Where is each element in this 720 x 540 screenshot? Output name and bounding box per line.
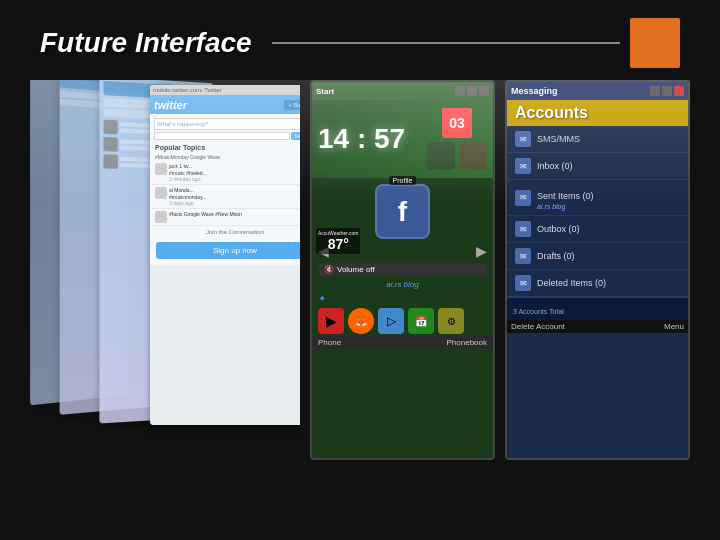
list-item[interactable]: ✉ Sent Items (0) ai.rs blog <box>507 180 688 216</box>
wm-time-area: 14 : 57 03 <box>312 100 493 178</box>
orange-decoration <box>630 18 680 68</box>
msg-status-icons <box>650 86 684 96</box>
list-item[interactable]: ✉ Drafts (0) <box>507 243 688 270</box>
sms-label: SMS/MMS <box>537 134 580 144</box>
drafts-label: Drafts (0) <box>537 251 575 261</box>
whats-happening-input[interactable]: What's happening? <box>154 118 300 130</box>
wm-bottom-bar: Phone Phonebook <box>312 336 493 349</box>
tweet-body: #facts Google Wave #New Moon <box>169 211 242 218</box>
wm-blog-badge: ai.rs blog <box>312 278 493 291</box>
wm-profile-area: Profile f <box>312 178 493 241</box>
winmobile-screen: Start 14 : 57 03 <box>310 80 495 460</box>
msg-icon-2 <box>662 86 672 96</box>
tweet-content: jack 1 tw... #music #foeled... 3 minutes… <box>169 163 207 182</box>
accounts-header: Accounts <box>507 100 688 126</box>
accounts-total-label: 3 Accounts Total <box>513 308 564 315</box>
wm-bluetooth-icon: ✦ <box>312 291 493 306</box>
facebook-icon[interactable]: f <box>375 184 430 239</box>
accounts-title: Accounts <box>515 104 588 121</box>
signup-button[interactable]: Sign up now <box>156 242 300 259</box>
media-icon[interactable]: ▷ <box>378 308 404 334</box>
list-item[interactable]: ✉ SMS/MMS <box>507 126 688 153</box>
search-bar: Search <box>154 132 300 140</box>
avatar <box>155 211 167 223</box>
list-item[interactable]: ✉ Outbox (0) <box>507 216 688 243</box>
search-button[interactable]: Search <box>291 132 300 140</box>
hashtags: #MusicMonday Google Wave <box>152 153 300 161</box>
sent-label: Sent Items (0) <box>537 191 594 201</box>
wm-profile-container: Profile f <box>375 184 430 239</box>
wm-signal-icon <box>455 86 465 96</box>
settings-icon[interactable]: ⚙ <box>438 308 464 334</box>
tweet-content: #facts Google Wave #New Moon <box>169 211 242 223</box>
wm-app-icon-2[interactable] <box>459 142 487 170</box>
tweet-time: 3 days ago <box>169 200 206 206</box>
list-item[interactable]: ✉ Inbox (0) <box>507 153 688 180</box>
tweet-time: 3 minutes ago <box>169 176 207 182</box>
inbox-icon: ✉ <box>515 158 531 174</box>
wm-clock: 14 : 57 <box>318 123 405 155</box>
wm-volume-bar: 🔇 Volume off <box>318 263 487 276</box>
sms-icon: ✉ <box>515 131 531 147</box>
accounts-total-bar: 3 Accounts Total <box>507 297 688 320</box>
msg-icon-1 <box>650 86 660 96</box>
right-panel: Messaging Accounts ✉ SMS/MMS ✉ Inbox (0) <box>505 80 690 510</box>
wm-volume-icon: 🔇 <box>324 265 334 274</box>
wm-right-arrow[interactable]: ▶ <box>476 243 487 259</box>
twitter-url-bar: mobile.twitter.com: Twitter <box>150 85 300 96</box>
menu-button[interactable]: Menu <box>664 322 684 331</box>
wm-topbar: Start <box>312 82 493 100</box>
twitter-screen: mobile.twitter.com: Twitter twitter + Si… <box>150 85 300 425</box>
wm-date-box: 03 <box>442 108 472 138</box>
phone-stack: mobile.twitter.com: Twitter twitter + Si… <box>30 80 300 510</box>
table-row: jack 1 tw... #music #foeled... 3 minutes… <box>152 161 300 185</box>
left-panel: mobile.twitter.com: Twitter twitter + Si… <box>30 80 300 510</box>
wm-sound-icon <box>479 86 489 96</box>
msg-footer: Delete Account Menu <box>507 320 688 333</box>
wm-battery-icon <box>467 86 477 96</box>
middle-panel: Start 14 : 57 03 <box>310 80 495 510</box>
wm-app-icon-1[interactable] <box>427 142 455 170</box>
wm-phone-label[interactable]: Phone <box>318 338 341 347</box>
messaging-screen: Messaging Accounts ✉ SMS/MMS ✉ Inbox (0) <box>505 80 690 460</box>
blog-badge: ai.rs blog <box>537 203 594 210</box>
inbox-label: Inbox (0) <box>537 161 573 171</box>
main-content: mobile.twitter.com: Twitter twitter + Si… <box>30 80 690 510</box>
list-item[interactable]: ✉ Deleted Items (0) <box>507 270 688 297</box>
twitter-logo: twitter <box>154 99 187 111</box>
outbox-label: Outbox (0) <box>537 224 580 234</box>
deleted-label: Deleted Items (0) <box>537 278 606 288</box>
wm-phonebook-label[interactable]: Phonebook <box>447 338 487 347</box>
table-row: #facts Google Wave #New Moon <box>152 209 300 226</box>
wm-middle-area: AccuWeather.com 87° Profile f ◀ ▶ 🔇 V <box>312 178 493 336</box>
messaging-topbar: Messaging <box>507 82 688 100</box>
title-divider <box>272 42 620 44</box>
table-row: al Monda... #musicmonday... 3 days ago <box>152 185 300 209</box>
firefox-icon[interactable]: 🦊 <box>348 308 374 334</box>
avatar <box>155 163 167 175</box>
title-bar: Future Interface <box>40 18 680 68</box>
search-input[interactable] <box>154 132 290 140</box>
sent-icon: ✉ <box>515 190 531 206</box>
msg-close-icon[interactable] <box>674 86 684 96</box>
wm-start-label[interactable]: Start <box>316 87 334 96</box>
tweet-content: al Monda... #musicmonday... 3 days ago <box>169 187 206 206</box>
popular-topics-label: Popular Topics <box>152 142 300 153</box>
twitter-signin-btn[interactable]: + Sign In <box>284 100 300 110</box>
wm-profile-label: Profile <box>389 176 417 185</box>
delete-account-button[interactable]: Delete Account <box>511 322 565 331</box>
wm-bottom-icons-row: ▶ 🦊 ▷ 📅 ⚙ <box>312 306 493 336</box>
avatar <box>155 187 167 199</box>
join-text: Join the Conversation <box>152 226 300 238</box>
wm-status-icons <box>455 86 489 96</box>
messaging-title: Messaging <box>511 86 558 96</box>
youtube-icon[interactable]: ▶ <box>318 308 344 334</box>
drafts-icon: ✉ <box>515 248 531 264</box>
page-title: Future Interface <box>40 27 252 59</box>
calendar-icon[interactable]: 📅 <box>408 308 434 334</box>
outbox-icon: ✉ <box>515 221 531 237</box>
twitter-feed: What's happening? Search Popular Topics … <box>150 114 300 265</box>
twitter-logo-area: twitter + Sign In <box>150 96 300 114</box>
twitter-content: mobile.twitter.com: Twitter twitter + Si… <box>150 85 300 425</box>
wm-volume-label: Volume off <box>337 265 375 274</box>
